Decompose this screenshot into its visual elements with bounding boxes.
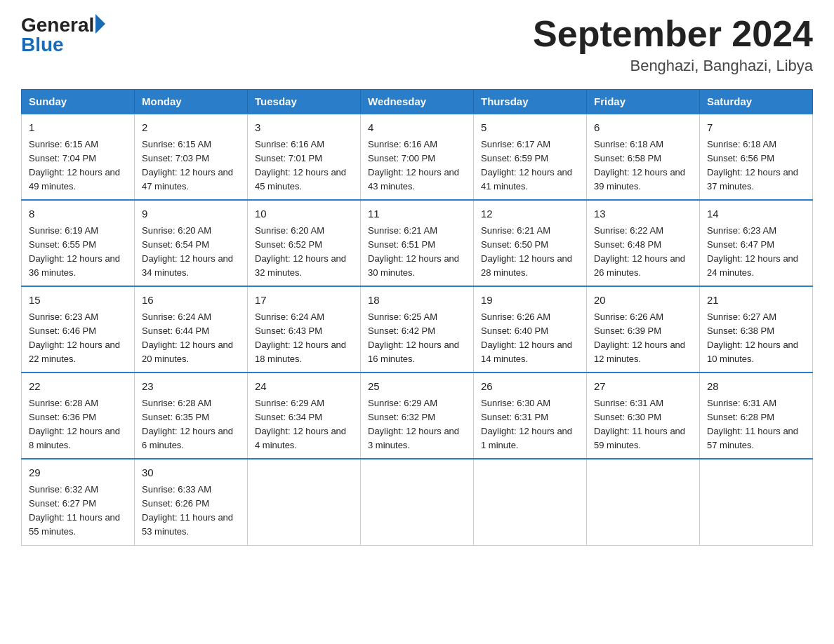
calendar-cell [248, 459, 361, 545]
day-info: Sunrise: 6:26 AMSunset: 6:40 PMDaylight:… [481, 311, 572, 364]
calendar-cell: 4Sunrise: 6:16 AMSunset: 7:00 PMDaylight… [361, 114, 474, 200]
header-tuesday: Tuesday [248, 90, 361, 114]
day-info: Sunrise: 6:21 AMSunset: 6:50 PMDaylight:… [481, 225, 572, 278]
calendar-cell: 7Sunrise: 6:18 AMSunset: 6:56 PMDaylight… [700, 114, 813, 200]
day-number: 19 [481, 293, 579, 309]
calendar-cell: 5Sunrise: 6:17 AMSunset: 6:59 PMDaylight… [474, 114, 587, 200]
day-number: 12 [481, 206, 579, 222]
day-info: Sunrise: 6:23 AMSunset: 6:47 PMDaylight:… [707, 225, 798, 278]
calendar-cell: 14Sunrise: 6:23 AMSunset: 6:47 PMDayligh… [700, 200, 813, 286]
day-number: 9 [142, 206, 240, 222]
calendar-cell: 25Sunrise: 6:29 AMSunset: 6:32 PMDayligh… [361, 373, 474, 459]
calendar-cell: 9Sunrise: 6:20 AMSunset: 6:54 PMDaylight… [135, 200, 248, 286]
day-info: Sunrise: 6:18 AMSunset: 6:56 PMDaylight:… [707, 139, 798, 192]
day-info: Sunrise: 6:26 AMSunset: 6:39 PMDaylight:… [594, 311, 685, 364]
day-number: 25 [368, 379, 466, 395]
day-number: 11 [368, 206, 466, 222]
day-number: 15 [29, 293, 127, 309]
day-info: Sunrise: 6:22 AMSunset: 6:48 PMDaylight:… [594, 225, 685, 278]
calendar-cell: 20Sunrise: 6:26 AMSunset: 6:39 PMDayligh… [587, 286, 700, 373]
calendar-cell: 1Sunrise: 6:15 AMSunset: 7:04 PMDaylight… [22, 114, 135, 200]
day-info: Sunrise: 6:28 AMSunset: 6:36 PMDaylight:… [29, 398, 120, 450]
calendar-cell: 15Sunrise: 6:23 AMSunset: 6:46 PMDayligh… [22, 286, 135, 373]
calendar-cell [361, 459, 474, 545]
day-number: 24 [255, 379, 353, 395]
day-number: 18 [368, 293, 466, 309]
calendar-cell: 28Sunrise: 6:31 AMSunset: 6:28 PMDayligh… [700, 373, 813, 459]
day-info: Sunrise: 6:31 AMSunset: 6:30 PMDaylight:… [594, 398, 685, 450]
calendar-cell: 3Sunrise: 6:16 AMSunset: 7:01 PMDaylight… [248, 114, 361, 200]
calendar-cell [700, 459, 813, 545]
day-info: Sunrise: 6:33 AMSunset: 6:26 PMDaylight:… [142, 484, 233, 537]
day-number: 2 [142, 120, 240, 136]
day-number: 26 [481, 379, 579, 395]
day-info: Sunrise: 6:25 AMSunset: 6:42 PMDaylight:… [368, 311, 459, 364]
day-number: 23 [142, 379, 240, 395]
page-header: General Blue September 2024 Benghazi, Ba… [21, 14, 813, 75]
calendar-cell: 11Sunrise: 6:21 AMSunset: 6:51 PMDayligh… [361, 200, 474, 286]
calendar-cell: 21Sunrise: 6:27 AMSunset: 6:38 PMDayligh… [700, 286, 813, 373]
logo-blue: Blue [21, 34, 64, 55]
week-row-3: 15Sunrise: 6:23 AMSunset: 6:46 PMDayligh… [22, 286, 813, 373]
day-info: Sunrise: 6:29 AMSunset: 6:34 PMDaylight:… [255, 398, 346, 450]
day-number: 28 [707, 379, 805, 395]
day-info: Sunrise: 6:30 AMSunset: 6:31 PMDaylight:… [481, 398, 572, 450]
day-info: Sunrise: 6:29 AMSunset: 6:32 PMDaylight:… [368, 398, 459, 450]
day-number: 7 [707, 120, 805, 136]
day-info: Sunrise: 6:23 AMSunset: 6:46 PMDaylight:… [29, 311, 120, 364]
calendar-cell: 26Sunrise: 6:30 AMSunset: 6:31 PMDayligh… [474, 373, 587, 459]
day-info: Sunrise: 6:16 AMSunset: 7:01 PMDaylight:… [255, 139, 346, 192]
day-number: 30 [142, 465, 240, 481]
day-info: Sunrise: 6:31 AMSunset: 6:28 PMDaylight:… [707, 398, 798, 450]
header-sunday: Sunday [22, 90, 135, 114]
week-row-2: 8Sunrise: 6:19 AMSunset: 6:55 PMDaylight… [22, 200, 813, 286]
calendar-cell: 2Sunrise: 6:15 AMSunset: 7:03 PMDaylight… [135, 114, 248, 200]
day-number: 16 [142, 293, 240, 309]
day-info: Sunrise: 6:15 AMSunset: 7:04 PMDaylight:… [29, 139, 120, 192]
day-number: 17 [255, 293, 353, 309]
day-number: 8 [29, 206, 127, 222]
calendar-cell: 6Sunrise: 6:18 AMSunset: 6:58 PMDaylight… [587, 114, 700, 200]
day-info: Sunrise: 6:18 AMSunset: 6:58 PMDaylight:… [594, 139, 685, 192]
day-info: Sunrise: 6:27 AMSunset: 6:38 PMDaylight:… [707, 311, 798, 364]
day-info: Sunrise: 6:21 AMSunset: 6:51 PMDaylight:… [368, 225, 459, 278]
week-row-1: 1Sunrise: 6:15 AMSunset: 7:04 PMDaylight… [22, 114, 813, 200]
location: Benghazi, Banghazi, Libya [533, 57, 813, 75]
day-number: 4 [368, 120, 466, 136]
calendar-cell: 19Sunrise: 6:26 AMSunset: 6:40 PMDayligh… [474, 286, 587, 373]
calendar-cell: 18Sunrise: 6:25 AMSunset: 6:42 PMDayligh… [361, 286, 474, 373]
header-row: SundayMondayTuesdayWednesdayThursdayFrid… [22, 90, 813, 114]
header-saturday: Saturday [700, 90, 813, 114]
calendar-cell: 12Sunrise: 6:21 AMSunset: 6:50 PMDayligh… [474, 200, 587, 286]
calendar-cell: 29Sunrise: 6:32 AMSunset: 6:27 PMDayligh… [22, 459, 135, 545]
day-number: 6 [594, 120, 692, 136]
calendar-table: SundayMondayTuesdayWednesdayThursdayFrid… [21, 89, 813, 545]
day-number: 27 [594, 379, 692, 395]
calendar-cell: 13Sunrise: 6:22 AMSunset: 6:48 PMDayligh… [587, 200, 700, 286]
header-wednesday: Wednesday [361, 90, 474, 114]
calendar-cell: 24Sunrise: 6:29 AMSunset: 6:34 PMDayligh… [248, 373, 361, 459]
calendar-cell: 22Sunrise: 6:28 AMSunset: 6:36 PMDayligh… [22, 373, 135, 459]
calendar-cell: 8Sunrise: 6:19 AMSunset: 6:55 PMDaylight… [22, 200, 135, 286]
logo-triangle-icon [95, 14, 105, 34]
calendar-cell: 17Sunrise: 6:24 AMSunset: 6:43 PMDayligh… [248, 286, 361, 373]
day-number: 22 [29, 379, 127, 395]
day-number: 5 [481, 120, 579, 136]
day-number: 29 [29, 465, 127, 481]
day-number: 10 [255, 206, 353, 222]
day-number: 1 [29, 120, 127, 136]
day-number: 13 [594, 206, 692, 222]
week-row-4: 22Sunrise: 6:28 AMSunset: 6:36 PMDayligh… [22, 373, 813, 459]
day-info: Sunrise: 6:24 AMSunset: 6:44 PMDaylight:… [142, 311, 233, 364]
calendar-cell: 27Sunrise: 6:31 AMSunset: 6:30 PMDayligh… [587, 373, 700, 459]
day-info: Sunrise: 6:24 AMSunset: 6:43 PMDaylight:… [255, 311, 346, 364]
header-monday: Monday [135, 90, 248, 114]
day-info: Sunrise: 6:17 AMSunset: 6:59 PMDaylight:… [481, 139, 572, 192]
day-number: 20 [594, 293, 692, 309]
calendar-cell [474, 459, 587, 545]
month-title: September 2024 [533, 14, 813, 54]
title-block: September 2024 Benghazi, Banghazi, Libya [533, 14, 813, 75]
calendar-cell: 23Sunrise: 6:28 AMSunset: 6:35 PMDayligh… [135, 373, 248, 459]
logo: General Blue [21, 14, 105, 56]
calendar-cell [587, 459, 700, 545]
